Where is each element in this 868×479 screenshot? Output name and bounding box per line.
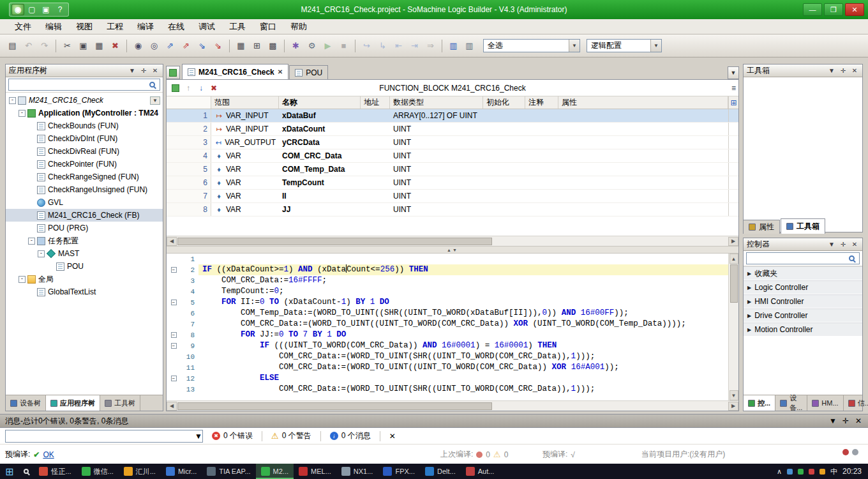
toolbar-undo-icon[interactable]: ↶ — [21, 38, 36, 53]
scroll-up-icon[interactable]: ▲ — [730, 254, 738, 264]
clock[interactable]: 20:23 — [842, 467, 862, 476]
name-cell[interactable]: II — [279, 190, 361, 202]
message-category-combo[interactable]: ▼ — [5, 430, 203, 443]
tree-item[interactable]: POU — [6, 260, 163, 273]
expand-arrow-icon[interactable]: ▶ — [747, 299, 751, 305]
tab-设备树[interactable]: 设备树 — [6, 395, 46, 411]
type-cell[interactable]: UINT — [390, 176, 483, 189]
column-header-注释[interactable]: 注释 — [525, 96, 558, 109]
menu-工程[interactable]: 工程 — [100, 19, 130, 34]
type-cell[interactable]: UINT — [390, 203, 483, 216]
pin-icon[interactable]: ✛ — [839, 67, 848, 74]
toolbar-next-statement-icon[interactable]: ⇒ — [423, 38, 438, 53]
type-cell[interactable]: UINT — [390, 123, 483, 135]
infos-filter-button[interactable]: i 0 个消息 — [325, 429, 376, 443]
declaration-row[interactable]: 1 ↦VAR_INPUT xDataBuf ARRAY[0..127] OF U… — [167, 109, 738, 123]
scope-cell[interactable]: ↦VAR_INPUT — [211, 123, 279, 135]
tab-工具树[interactable]: 工具树 — [100, 395, 140, 411]
tree-item[interactable]: - 任务配置 — [6, 234, 163, 247]
code-line[interactable]: 6 COM_Temp_Data:=(WORD_TO_UINT((SHR((UIN… — [167, 308, 728, 319]
type-cell[interactable]: UINT — [390, 149, 483, 162]
close-icon[interactable]: ✕ — [854, 416, 863, 425]
table-view-icon[interactable]: ⊞ — [728, 96, 738, 109]
toolbar-delete-icon[interactable]: ✖ — [108, 38, 123, 53]
code-line[interactable]: 11 COM_CRC_Data:=(WORD_TO_UINT((UINT_TO_… — [167, 362, 728, 373]
toolbar-run-to-cursor-icon[interactable]: ⇥ — [407, 38, 422, 53]
tab-属性[interactable]: 属性 — [743, 220, 780, 234]
scope-cell[interactable]: ♦VAR — [211, 203, 279, 216]
menu-工具[interactable]: 工具 — [222, 19, 253, 34]
scope-cell[interactable]: ↤VAR_OUTPUT — [211, 136, 279, 149]
scope-cell[interactable]: ♦VAR — [211, 163, 279, 176]
tree-item[interactable]: CheckDivDInt (FUN) — [6, 132, 163, 145]
search-icon[interactable] — [849, 255, 855, 261]
tree-expander[interactable]: - — [38, 250, 45, 257]
code-line[interactable]: 4 TempCount:=0; — [167, 286, 728, 297]
toolbar-calculator-icon[interactable]: ▩ — [266, 38, 280, 53]
scroll-right-icon[interactable]: ▶ — [728, 237, 738, 246]
scope-cell[interactable]: ♦VAR — [211, 176, 279, 189]
chevron-down-icon[interactable]: ▼ — [569, 40, 580, 52]
init-cell[interactable] — [483, 163, 525, 176]
scroll-left-icon[interactable]: ◀ — [167, 237, 177, 246]
tab-overflow-icon[interactable]: ▼ — [728, 66, 739, 79]
type-cell[interactable]: UINT — [390, 190, 483, 202]
declaration-hscrollbar[interactable]: ◀ ▶ — [167, 236, 738, 246]
clear-messages-button[interactable]: ✕ — [384, 430, 401, 442]
taskbar-item-nx1[interactable]: NX1... — [336, 464, 378, 479]
type-cell[interactable]: UINT — [390, 163, 483, 176]
init-cell[interactable] — [483, 203, 525, 216]
config-selector-combo[interactable]: 逻辑配置 ▼ — [587, 39, 662, 52]
tree-item[interactable]: GVL — [6, 196, 163, 209]
code-line[interactable]: 7 COM_CRC_Data:=(WORD_TO_UINT((UINT_TO_W… — [167, 319, 728, 330]
declaration-row[interactable]: 5 ♦VAR COM_Temp_Data UINT — [167, 163, 738, 176]
address-cell[interactable] — [361, 149, 390, 162]
catalog-search-input[interactable] — [746, 252, 860, 264]
warnings-filter-button[interactable]: ⚠ 0 个警告 — [266, 429, 317, 443]
code-line[interactable]: − 8 FOR JJ:=0 TO 7 BY 1 DO — [167, 330, 728, 340]
menu-调试[interactable]: 调试 — [191, 19, 222, 34]
toolbar-build-icon[interactable]: ⚙ — [304, 38, 319, 53]
declaration-row[interactable]: 7 ♦VAR II UINT — [167, 190, 738, 203]
pin-icon[interactable]: ✛ — [139, 67, 148, 74]
taskbar-item-app-1[interactable]: 怪正... — [34, 464, 76, 479]
catalog-category[interactable]: ▶Logic Controller — [744, 280, 862, 294]
attr-cell[interactable] — [558, 203, 728, 216]
menu-文件[interactable]: 文件 — [8, 19, 38, 34]
toolbar-unindent-icon[interactable]: ⇘ — [211, 38, 225, 53]
messages-panel-header[interactable]: 消息-总计0个错误, 0条警告, 0条消息 ▼ ✛ ✕ — [0, 414, 868, 428]
code-line[interactable]: 1 — [167, 254, 728, 264]
code-line[interactable]: − 9 IF (((UINT_TO_WORD(COM_CRC_Data)) AN… — [167, 340, 728, 351]
tab-HM...[interactable]: HM... — [807, 395, 843, 411]
scope-cell[interactable]: ♦VAR — [211, 149, 279, 162]
taskbar-item-wechat[interactable]: 微信... — [77, 464, 119, 479]
code-vscrollbar[interactable]: ▲ ▼ — [728, 254, 738, 400]
declaration-row[interactable]: 3 ↤VAR_OUTPUT yCRCData UINT — [167, 136, 738, 149]
init-cell[interactable] — [483, 136, 525, 149]
tab-控...[interactable]: 控... — [744, 395, 775, 411]
tree-expander[interactable]: - — [9, 97, 16, 104]
toolbar-insert-table-icon[interactable]: ⊞ — [250, 38, 264, 53]
menu-帮助[interactable]: 帮助 — [283, 19, 314, 34]
comment-cell[interactable] — [525, 163, 558, 176]
name-cell[interactable]: yCRCData — [279, 136, 361, 149]
toolbar-paste-icon[interactable]: ▦ — [92, 38, 107, 53]
name-cell[interactable]: xDataBuf — [279, 109, 361, 122]
name-cell[interactable]: TempCount — [279, 176, 361, 189]
tree-item[interactable]: - M241_CRC16_Check ▼ — [6, 94, 163, 107]
tray-icon[interactable] — [809, 469, 814, 475]
editor-tab[interactable]: M241_CRC16_Check✕ — [182, 64, 288, 79]
fold-marker-icon[interactable]: − — [167, 343, 181, 349]
init-cell[interactable] — [483, 149, 525, 162]
tab-设备...[interactable]: 设备... — [775, 395, 807, 411]
toolbar-refactor-icon[interactable]: ✱ — [288, 38, 303, 53]
device-selector-combo[interactable]: 全选 ▼ — [483, 39, 580, 52]
expand-arrow-icon[interactable]: ▶ — [747, 285, 751, 291]
expand-arrow-icon[interactable]: ▶ — [747, 327, 751, 333]
scroll-left-icon[interactable]: ◀ — [167, 402, 177, 411]
ime-indicator[interactable]: 中 — [830, 467, 837, 476]
toolbar-watch-icon[interactable]: ▥ — [462, 38, 477, 53]
taskbar-item-delta[interactable]: Delt... — [420, 464, 461, 479]
address-cell[interactable] — [361, 136, 390, 149]
tab-应用程序树[interactable]: 应用程序树 — [46, 395, 100, 411]
